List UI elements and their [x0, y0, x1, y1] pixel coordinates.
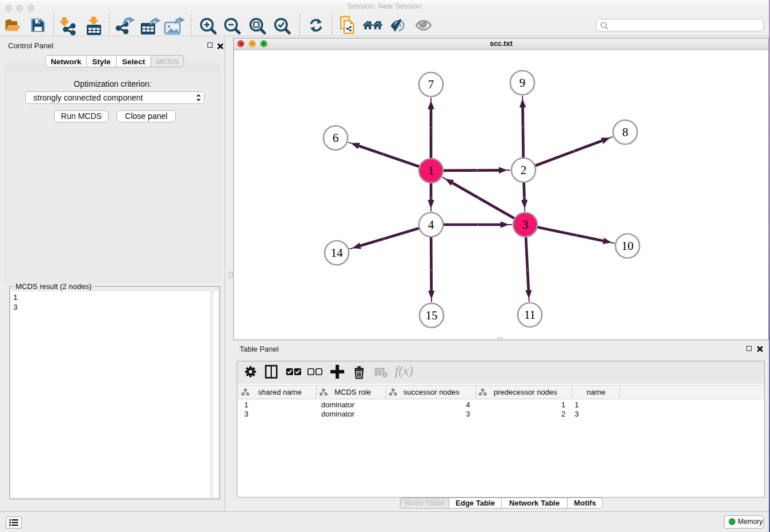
- svg-text:7: 7: [428, 78, 434, 91]
- svg-text:3: 3: [522, 218, 529, 232]
- svg-text:4: 4: [428, 218, 434, 232]
- svg-text:15: 15: [426, 309, 438, 322]
- svg-text:9: 9: [519, 76, 526, 90]
- svg-text:1: 1: [428, 164, 434, 178]
- svg-text:8: 8: [622, 125, 629, 139]
- svg-text:10: 10: [622, 239, 634, 253]
- svg-text:6: 6: [333, 131, 339, 145]
- svg-text:2: 2: [521, 163, 527, 177]
- svg-text:14: 14: [331, 246, 344, 260]
- svg-text:11: 11: [524, 308, 536, 322]
